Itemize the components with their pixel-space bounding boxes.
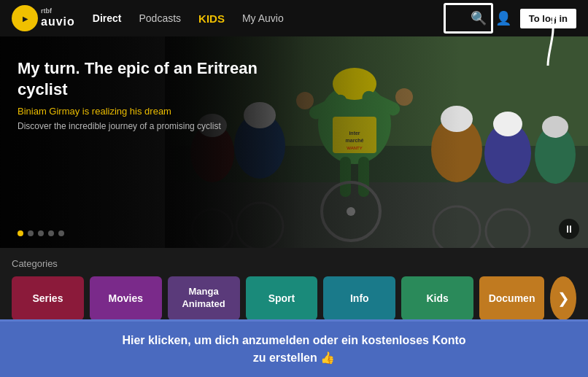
category-sport[interactable]: Sport [246, 276, 318, 320]
category-manga[interactable]: Manga Animated [168, 276, 240, 320]
logo-prefix: rtbf [41, 8, 75, 15]
bottom-banner[interactable]: Hier klicken, um dich anzumelden oder ei… [0, 319, 588, 377]
svg-marker-2 [544, 10, 556, 19]
logo-icon: ▶ [12, 5, 38, 31]
hero-dots [18, 230, 64, 236]
nav-myauvio[interactable]: My Auvio [242, 12, 284, 24]
nav-podcasts[interactable]: Podcasts [139, 12, 181, 24]
banner-text-line2: zu erstellen 👍 [15, 349, 573, 367]
hero-subtitle: Biniam Girmay is realizing his dream [18, 106, 289, 117]
dot-4[interactable] [48, 230, 54, 236]
banner-text-line1: Hier klicken, um dich anzumelden oder ei… [15, 332, 573, 349]
categories-section: Categories Series Movies Manga Animated … [0, 248, 588, 327]
dot-3[interactable] [38, 230, 44, 236]
nav-direct[interactable]: Direct [93, 12, 122, 24]
categories-next-arrow[interactable]: ❯ [550, 276, 576, 320]
category-movies[interactable]: Movies [90, 276, 162, 320]
category-info[interactable]: Info [323, 276, 395, 320]
category-series[interactable]: Series [12, 276, 84, 320]
category-kids[interactable]: Kids [401, 276, 473, 320]
pause-button[interactable] [559, 219, 579, 239]
logo-text: auvio [41, 15, 75, 28]
hero-content: My turn. The epic of an Eritrean cyclist… [0, 36, 306, 153]
dot-1[interactable] [18, 230, 23, 236]
svg-text:▶: ▶ [23, 15, 28, 23]
dot-2[interactable] [28, 230, 34, 236]
arrow-annotation [500, 7, 559, 76]
hero-description: Discover the incredible journey of a pro… [18, 121, 289, 131]
dot-5[interactable] [58, 230, 64, 236]
category-docu[interactable]: Documen [479, 276, 544, 320]
nav-kids[interactable]: KIDS [198, 12, 225, 25]
categories-row: Series Movies Manga Animated Sport Info … [12, 276, 576, 320]
nav-links: Direct Podcasts KIDS My Auvio [93, 12, 471, 25]
login-highlight-box [444, 3, 493, 34]
categories-label: Categories [12, 258, 576, 269]
hero-title: My turn. The epic of an Eritrean cyclist [18, 58, 289, 100]
logo[interactable]: ▶ rtbf auvio [12, 5, 75, 31]
